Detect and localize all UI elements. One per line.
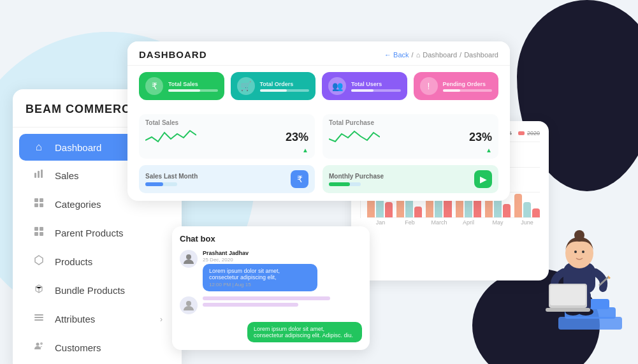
stat-card-sales[interactable]: ₹ Total Sales <box>139 72 224 100</box>
svg-rect-29 <box>546 308 590 312</box>
bar-feb-2020 <box>414 207 422 218</box>
svg-marker-35 <box>608 275 611 279</box>
cart-icon: 🛒 <box>237 77 255 95</box>
svg-rect-4 <box>40 198 43 202</box>
x-label-april: April <box>456 219 481 226</box>
chat-message-placeholder <box>180 296 362 314</box>
svg-rect-8 <box>40 227 43 231</box>
stat-info-pending: Pending Orders <box>443 81 493 92</box>
x-label-may: May <box>485 219 511 226</box>
breadcrumb-item2: Dashboard <box>464 51 498 59</box>
avatar-2 <box>180 296 198 314</box>
sales-row: Sales Last Month ₹ Monthly Purchase <box>139 165 498 193</box>
sidebar-item-label: Customers <box>55 342 163 353</box>
users-icon: 👥 <box>328 77 346 95</box>
placeholder-bar-2 <box>203 303 298 307</box>
sales-card-last-month: Sales Last Month ₹ <box>139 165 315 193</box>
alert-icon: ! <box>420 77 438 95</box>
breadcrumb: ← Back / ⌂ Dashboard / Dashboard <box>384 51 498 59</box>
stat-label-users: Total Users <box>351 81 401 87</box>
sidebar-item-bundle-products[interactable]: Bundle Products <box>19 277 175 304</box>
charts-column: Total Sales 23% ▲ Total Purchase <box>139 114 498 193</box>
x-label-jan: Jan <box>368 219 393 226</box>
bar-jan-2020 <box>385 202 393 218</box>
video-purchase-icon: ▶ <box>474 170 492 188</box>
mini-stat-sales-title: Total Sales <box>145 119 308 126</box>
svg-rect-2 <box>41 170 43 178</box>
stat-bar-pending <box>443 89 493 92</box>
back-link[interactable]: ← Back <box>384 51 409 59</box>
sparkline-purchase <box>329 127 380 147</box>
mini-stat-sales-arrow: ▲ <box>145 147 308 154</box>
svg-point-32 <box>574 251 577 253</box>
sidebar-item-products[interactable]: Products <box>19 248 175 275</box>
mini-stat-purchase-arrow: ▲ <box>329 147 492 154</box>
chat-title: Chat box <box>180 234 362 244</box>
sales-card-monthly-purchase: Monthly Purchase ▶ <box>323 165 498 193</box>
chat-sender-name: Prashant Jadhav <box>203 250 317 256</box>
sidebar-item-label: Products <box>55 256 163 267</box>
stat-label-pending: Pending Orders <box>443 81 493 87</box>
sparkline-sales <box>145 127 196 147</box>
sales-icon <box>32 169 46 182</box>
legend-label-2020: 2020 <box>527 130 540 136</box>
bar-group-june <box>514 194 540 218</box>
monthly-purchase-bar-fill <box>329 182 350 186</box>
stat-card-pending[interactable]: ! Pending Orders <box>414 72 499 100</box>
sidebar-item-attributes[interactable]: Attributes › <box>19 305 175 333</box>
stat-info-orders: Total Orders <box>260 81 310 92</box>
stat-label-sales: Total Sales <box>168 81 218 87</box>
stat-bar-fill-users <box>351 89 373 92</box>
svg-rect-10 <box>40 232 43 236</box>
grid-icon <box>32 198 46 211</box>
chat-messages-list: Prashant Jadhav 25 Dec, 2020 Lorem ipsum… <box>180 250 362 342</box>
brand-name: BEAM COMMERCE <box>25 103 139 116</box>
legend-dot-2020 <box>518 131 525 135</box>
svg-rect-5 <box>34 203 38 207</box>
sidebar-item-customers[interactable]: Customers <box>19 334 175 361</box>
svg-rect-14 <box>34 319 43 321</box>
stat-card-users[interactable]: 👥 Total Users <box>322 72 407 100</box>
svg-rect-6 <box>40 203 43 207</box>
svg-point-16 <box>40 342 43 345</box>
mini-stat-sales-chart-row: 23% <box>145 127 308 147</box>
dashboard-topbar: DASHBOARD ← Back / ⌂ Dashboard / Dashboa… <box>127 41 510 66</box>
sales-card-right: Monthly Purchase <box>329 173 384 186</box>
stat-cards-row: ₹ Total Sales 🛒 Total Orders 👥 Total Use… <box>127 66 510 106</box>
mini-stat-purchase-pct: 23% <box>469 131 492 144</box>
chat-message-green: Lorem ipsum dolor sit amet, consectetur … <box>180 322 362 342</box>
svg-rect-1 <box>38 171 40 178</box>
svg-point-17 <box>186 254 191 259</box>
stat-bar-fill-orders <box>260 89 287 92</box>
mini-stat-purchase-title: Total Purchase <box>329 119 492 126</box>
stat-info-sales: Total Sales <box>168 81 218 92</box>
placeholder-bar-1 <box>203 296 330 300</box>
parent-products-icon <box>32 226 46 240</box>
bundle-icon <box>32 284 46 297</box>
breadcrumb-sep: / <box>412 51 414 59</box>
svg-rect-0 <box>34 173 36 178</box>
stat-card-orders[interactable]: 🛒 Total Orders <box>231 72 316 100</box>
customers-icon <box>32 341 46 354</box>
monthly-purchase-label: Monthly Purchase <box>329 173 384 180</box>
x-label-march: March <box>426 219 452 226</box>
bar-june-2022 <box>514 194 522 218</box>
breadcrumb-item1[interactable]: Dashboard <box>423 51 457 59</box>
bar-june-2024 <box>523 202 531 218</box>
sales-card-left: Sales Last Month <box>145 173 198 186</box>
svg-rect-9 <box>34 232 38 236</box>
sidebar-item-parent-products[interactable]: Parent Products <box>19 219 175 247</box>
home-breadcrumb-icon: ⌂ <box>416 51 421 59</box>
chat-sender-date: 25 Dec, 2020 <box>203 257 317 263</box>
sales-last-month-bar <box>145 182 177 186</box>
sidebar-item-label: Parent Products <box>55 228 163 238</box>
svg-rect-28 <box>550 285 586 305</box>
stat-info-users: Total Users <box>351 81 401 92</box>
mini-stats-row: Total Sales 23% ▲ Total Purchase <box>139 114 498 159</box>
mini-stat-sales-pct: 23% <box>286 131 308 144</box>
x-label-feb: Feb <box>397 219 423 226</box>
stat-bar-users <box>351 89 401 92</box>
breadcrumb-sep2: / <box>460 51 461 59</box>
stat-bar-fill-pending <box>443 89 460 92</box>
stat-bar-sales <box>168 89 218 92</box>
